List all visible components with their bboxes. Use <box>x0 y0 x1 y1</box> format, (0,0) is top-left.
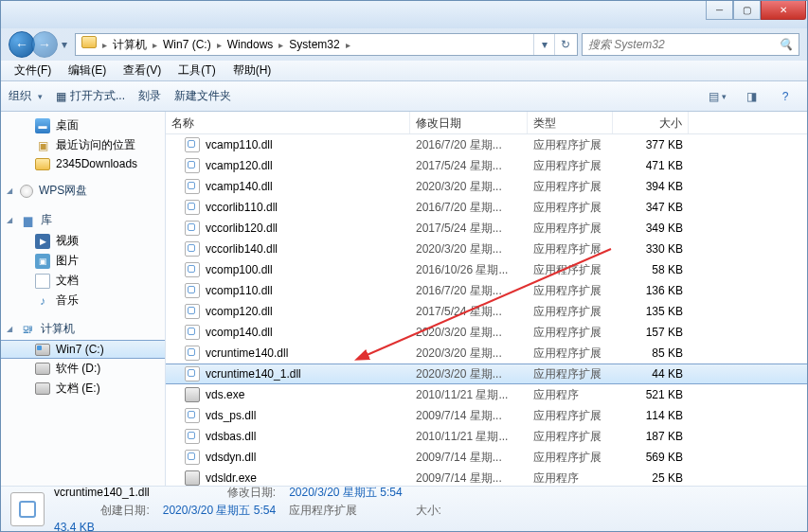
file-row[interactable]: vcruntime140.dll2020/3/20 星期...应用程序扩展85 … <box>166 343 807 364</box>
new-folder-button[interactable]: 新建文件夹 <box>174 88 231 104</box>
menu-help[interactable]: 帮助(H) <box>225 61 279 80</box>
file-row[interactable]: vccorlib140.dll2020/3/20 星期...应用程序扩展330 … <box>166 239 807 259</box>
nav-drive-c[interactable]: Win7 (C:) <box>1 340 165 359</box>
file-list[interactable]: vcamp110.dll2016/7/20 星期...应用程序扩展377 KBv… <box>166 134 807 486</box>
library-icon: ▆ <box>20 213 35 228</box>
filetype-large-icon <box>10 492 45 526</box>
dll-icon <box>185 429 200 444</box>
dll-icon <box>185 283 200 298</box>
file-row[interactable]: vdsdyn.dll2009/7/14 星期...应用程序扩展569 KB <box>166 447 807 468</box>
file-size: 25 KB <box>613 471 689 485</box>
file-type: 应用程序扩展 <box>528 137 613 153</box>
app-icon: ▦ <box>56 90 66 103</box>
nav-documents[interactable]: 文档 <box>1 271 165 291</box>
nav-forward-button[interactable]: → <box>31 31 58 58</box>
maximize-button[interactable]: ▢ <box>733 1 761 20</box>
dll-icon <box>185 200 200 215</box>
menu-edit[interactable]: 编辑(E) <box>61 61 114 80</box>
file-row[interactable]: vds_ps.dll2009/7/14 星期...应用程序扩展114 KB <box>166 405 807 426</box>
file-row[interactable]: vcomp110.dll2016/7/20 星期...应用程序扩展136 KB <box>166 280 807 301</box>
dll-icon <box>185 325 200 340</box>
burn-button[interactable]: 刻录 <box>138 88 161 104</box>
file-row[interactable]: vcomp120.dll2017/5/24 星期...应用程序扩展135 KB <box>166 301 807 322</box>
address-bar[interactable]: ▸ 计算机▸ Win7 (C:)▸ Windows▸ System32▸ ▾ ↻ <box>75 33 578 56</box>
view-mode-button[interactable]: ▤ <box>703 86 731 107</box>
dll-icon <box>185 304 200 319</box>
file-type: 应用程序扩展 <box>528 179 613 195</box>
nav-wps[interactable]: WPS网盘 <box>1 180 165 202</box>
close-button[interactable]: ✕ <box>761 1 806 20</box>
file-date: 2017/5/24 星期... <box>410 158 528 174</box>
nav-downloads[interactable]: 2345Downloads <box>1 155 165 172</box>
nav-drive-e[interactable]: 文档 (E:) <box>1 379 165 399</box>
column-headers: 名称 修改日期 类型 大小 <box>166 112 807 134</box>
nav-drive-d[interactable]: 软件 (D:) <box>1 359 165 379</box>
nav-recent[interactable]: ▣最近访问的位置 <box>1 135 165 155</box>
menu-view[interactable]: 查看(V) <box>116 61 169 80</box>
breadcrumb-item[interactable]: Windows <box>222 34 279 55</box>
file-name: vcamp140.dll <box>206 180 273 193</box>
file-type: 应用程序扩展 <box>528 429 613 445</box>
file-row[interactable]: vcamp140.dll2020/3/20 星期...应用程序扩展394 KB <box>166 176 807 197</box>
search-input[interactable]: 搜索 System32 🔍 <box>582 33 799 56</box>
file-type: 应用程序扩展 <box>528 158 613 174</box>
drive-icon <box>35 363 50 375</box>
file-row[interactable]: vdsldr.exe2009/7/14 星期...应用程序25 KB <box>166 468 807 486</box>
file-size: 569 KB <box>613 451 689 464</box>
wps-icon <box>20 185 33 198</box>
file-date: 2010/11/21 星期... <box>410 387 528 403</box>
file-row[interactable]: vcomp140.dll2020/3/20 星期...应用程序扩展157 KB <box>166 322 807 343</box>
breadcrumb-item[interactable]: Win7 (C:) <box>157 34 217 55</box>
open-with-button[interactable]: ▦打开方式... <box>56 88 125 104</box>
menu-bar: 文件(F) 编辑(E) 查看(V) 工具(T) 帮助(H) <box>1 61 807 81</box>
details-filetype: 应用程序扩展 <box>289 503 402 519</box>
address-dropdown[interactable]: ▾ <box>533 34 554 55</box>
col-name[interactable]: 名称 <box>166 112 410 133</box>
nav-videos[interactable]: ▶视频 <box>1 231 165 251</box>
details-size-label: 大小: <box>416 503 441 519</box>
nav-history-dropdown[interactable]: ▾ <box>58 31 71 58</box>
nav-pictures[interactable]: ▣图片 <box>1 251 165 271</box>
file-row[interactable]: vccorlib110.dll2016/7/20 星期...应用程序扩展347 … <box>166 197 807 218</box>
dll-icon <box>185 158 200 173</box>
file-date: 2020/3/20 星期... <box>410 179 528 195</box>
file-size: 85 KB <box>613 346 689 360</box>
file-row[interactable]: vcruntime140_1.dll2020/3/20 星期...应用程序扩展4… <box>166 364 807 384</box>
breadcrumb-item[interactable]: 计算机 <box>107 34 153 55</box>
organize-button[interactable]: 组织 <box>9 88 43 104</box>
col-date[interactable]: 修改日期 <box>410 112 528 133</box>
minimize-button[interactable]: ─ <box>706 1 733 20</box>
help-button[interactable]: ? <box>771 86 799 107</box>
nav-computer[interactable]: 🖳计算机 <box>1 318 165 340</box>
nav-music[interactable]: ♪音乐 <box>1 291 165 310</box>
file-row[interactable]: vds.exe2010/11/21 星期...应用程序521 KB <box>166 384 807 405</box>
desktop-icon: ▬ <box>35 118 50 133</box>
file-date: 2020/3/20 星期... <box>410 366 528 382</box>
nav-desktop[interactable]: ▬桌面 <box>1 115 165 135</box>
nav-libraries[interactable]: ▆库 <box>1 209 165 231</box>
file-name: vccorlib110.dll <box>206 201 278 214</box>
file-row[interactable]: vdsbas.dll2010/11/21 星期...应用程序扩展187 KB <box>166 426 807 447</box>
breadcrumb-item[interactable]: System32 <box>283 34 345 55</box>
preview-pane-button[interactable]: ◨ <box>737 86 765 107</box>
details-size-value: 43.4 KB <box>54 521 150 533</box>
col-type[interactable]: 类型 <box>528 112 613 133</box>
col-size[interactable]: 大小 <box>613 112 689 133</box>
file-row[interactable]: vccorlib120.dll2017/5/24 星期...应用程序扩展349 … <box>166 218 807 239</box>
exe-icon <box>185 470 200 486</box>
file-size: 44 KB <box>613 367 689 381</box>
file-size: 347 KB <box>613 201 689 214</box>
file-size: 135 KB <box>613 305 689 318</box>
refresh-button[interactable]: ↻ <box>554 34 575 55</box>
file-date: 2016/10/26 星期... <box>410 262 528 278</box>
file-row[interactable]: vcamp120.dll2017/5/24 星期...应用程序扩展471 KB <box>166 155 807 176</box>
file-name: vcruntime140.dll <box>206 346 288 360</box>
file-row[interactable]: vcamp110.dll2016/7/20 星期...应用程序扩展377 KB <box>166 134 807 155</box>
details-pane: vcruntime140_1.dll 修改日期: 2020/3/20 星期五 5… <box>1 486 807 531</box>
menu-file[interactable]: 文件(F) <box>7 61 59 80</box>
file-name: vds_ps.dll <box>206 409 256 422</box>
file-row[interactable]: vcomp100.dll2016/10/26 星期...应用程序扩展58 KB <box>166 259 807 280</box>
file-name: vdsldr.exe <box>206 471 257 485</box>
menu-tools[interactable]: 工具(T) <box>171 61 223 80</box>
computer-icon: 🖳 <box>20 322 35 337</box>
